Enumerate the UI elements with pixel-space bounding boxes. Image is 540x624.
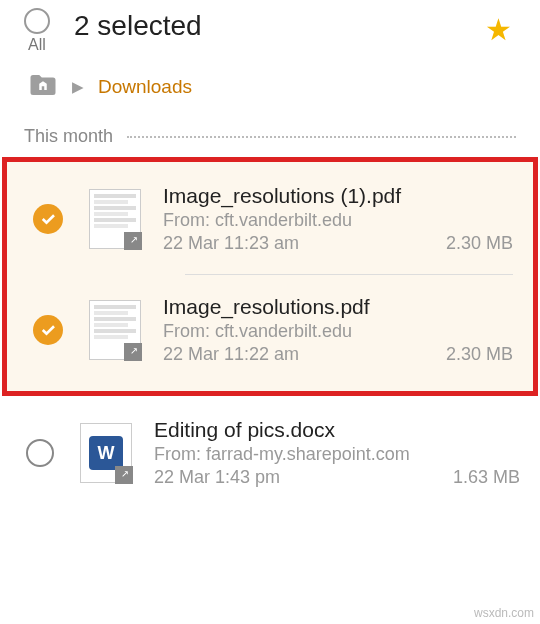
row-divider: [185, 274, 513, 275]
file-source: From: cft.vanderbilt.edu: [163, 210, 513, 231]
selected-files-highlight: Image_resolutions (1).pdf From: cft.vand…: [2, 157, 538, 396]
chevron-right-icon: ▶: [72, 78, 84, 96]
file-date: 22 Mar 11:22 am: [163, 344, 299, 365]
list-item[interactable]: Image_resolutions (1).pdf From: cft.vand…: [7, 172, 533, 266]
file-date: 22 Mar 11:23 am: [163, 233, 299, 254]
file-name: Image_resolutions.pdf: [163, 295, 513, 319]
file-date: 22 Mar 1:43 pm: [154, 467, 280, 488]
section-title: This month: [24, 126, 113, 147]
select-all-control[interactable]: All: [24, 8, 50, 54]
breadcrumb-downloads-link[interactable]: Downloads: [98, 76, 192, 98]
watermark-text: wsxdn.com: [474, 606, 534, 620]
selected-count-text: 2 selected: [74, 10, 485, 42]
home-folder-icon[interactable]: [28, 72, 58, 102]
list-item[interactable]: Image_resolutions.pdf From: cft.vanderbi…: [7, 283, 533, 377]
selection-check-icon[interactable]: [33, 204, 63, 234]
word-badge-icon: W: [89, 436, 123, 470]
file-source: From: farrad-my.sharepoint.com: [154, 444, 520, 465]
pdf-thumbnail-icon: [89, 300, 141, 360]
list-item[interactable]: W Editing of pics.docx From: farrad-my.s…: [0, 396, 540, 500]
file-metadata: Image_resolutions.pdf From: cft.vanderbi…: [163, 295, 513, 365]
section-divider-dots: [127, 136, 516, 138]
header-bar: All 2 selected ★: [0, 0, 540, 58]
file-source: From: cft.vanderbilt.edu: [163, 321, 513, 342]
shortcut-badge-icon: [124, 343, 142, 361]
file-size: 2.30 MB: [446, 344, 513, 365]
file-name: Image_resolutions (1).pdf: [163, 184, 513, 208]
select-all-label: All: [28, 36, 46, 54]
file-size: 1.63 MB: [453, 467, 520, 488]
pdf-thumbnail-icon: [89, 189, 141, 249]
docx-thumbnail-icon: W: [80, 423, 132, 483]
file-name: Editing of pics.docx: [154, 418, 520, 442]
shortcut-badge-icon: [124, 232, 142, 250]
select-all-circle-icon: [24, 8, 50, 34]
section-header: This month: [0, 122, 540, 157]
selection-check-icon[interactable]: [33, 315, 63, 345]
file-metadata: Editing of pics.docx From: farrad-my.sha…: [154, 418, 520, 488]
shortcut-badge-icon: [115, 466, 133, 484]
file-size: 2.30 MB: [446, 233, 513, 254]
breadcrumb: ▶ Downloads: [0, 58, 540, 122]
file-metadata: Image_resolutions (1).pdf From: cft.vand…: [163, 184, 513, 254]
favorite-star-icon[interactable]: ★: [485, 12, 512, 47]
selection-circle-icon[interactable]: [26, 439, 54, 467]
